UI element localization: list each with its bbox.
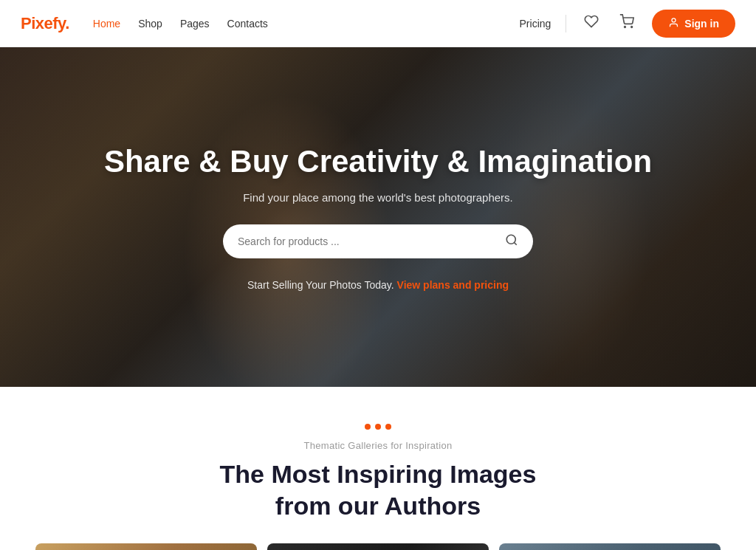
dot-2 (375, 424, 381, 430)
inspire-title-line1: The Most Inspiring Images (220, 460, 537, 488)
svg-point-3 (506, 235, 515, 244)
navbar: Pixefy. Home Shop Pages Contacts Pricing (0, 0, 756, 47)
search-bar (223, 224, 533, 258)
search-button[interactable] (505, 233, 518, 250)
svg-point-1 (631, 27, 633, 28)
signin-label: Sign in (684, 18, 719, 30)
hero-section: Share & Buy Creativity & Imagination Fin… (0, 47, 756, 387)
wishlist-button[interactable] (581, 11, 602, 35)
hero-cta-static: Start Selling Your Photos Today. (247, 279, 394, 291)
hero-cta-link[interactable]: View plans and pricing (397, 279, 509, 291)
hero-title: Share & Buy Creativity & Imagination (104, 143, 652, 180)
cart-icon (619, 14, 634, 32)
hero-subtitle: Find your place among the world's best p… (104, 191, 652, 204)
logo[interactable]: Pixefy. (21, 14, 69, 33)
pricing-link[interactable]: Pricing (520, 18, 551, 30)
thumbnail-2[interactable] (267, 543, 489, 550)
search-input[interactable] (238, 236, 505, 247)
inspire-title: The Most Inspiring Images from our Autho… (0, 458, 756, 521)
nav-link-shop[interactable]: Shop (138, 18, 162, 30)
thumbnail-1[interactable] (35, 543, 257, 550)
nav-link-home[interactable]: Home (93, 18, 120, 30)
inspire-subtitle: Thematic Galleries for Inspiration (0, 440, 756, 451)
logo-dot: . (65, 14, 69, 32)
heart-icon (584, 14, 599, 32)
nav-divider (566, 15, 566, 32)
thumbnails-row (0, 543, 756, 550)
cart-button[interactable] (616, 11, 637, 35)
search-icon (505, 233, 518, 250)
signin-button[interactable]: Sign in (652, 10, 735, 38)
navbar-left: Pixefy. Home Shop Pages Contacts (21, 14, 268, 33)
hero-cta-text: Start Selling Your Photos Today. View pl… (104, 279, 652, 291)
svg-line-4 (514, 242, 516, 244)
user-icon (668, 17, 679, 30)
nav-link-pages[interactable]: Pages (180, 18, 210, 30)
thumbnail-3[interactable] (499, 543, 721, 550)
nav-link-contacts[interactable]: Contacts (227, 18, 268, 30)
nav-links: Home Shop Pages Contacts (93, 18, 268, 30)
hero-content: Share & Buy Creativity & Imagination Fin… (75, 143, 681, 290)
logo-text: Pixefy (21, 14, 65, 32)
svg-point-0 (625, 27, 626, 28)
inspire-section: Thematic Galleries for Inspiration The M… (0, 387, 756, 550)
inspire-title-line2: from our Authors (275, 492, 481, 520)
dots-decoration (0, 424, 756, 430)
dot-1 (365, 424, 371, 430)
svg-point-2 (672, 18, 676, 21)
navbar-right: Pricing Sign (520, 10, 735, 38)
dot-3 (385, 424, 391, 430)
